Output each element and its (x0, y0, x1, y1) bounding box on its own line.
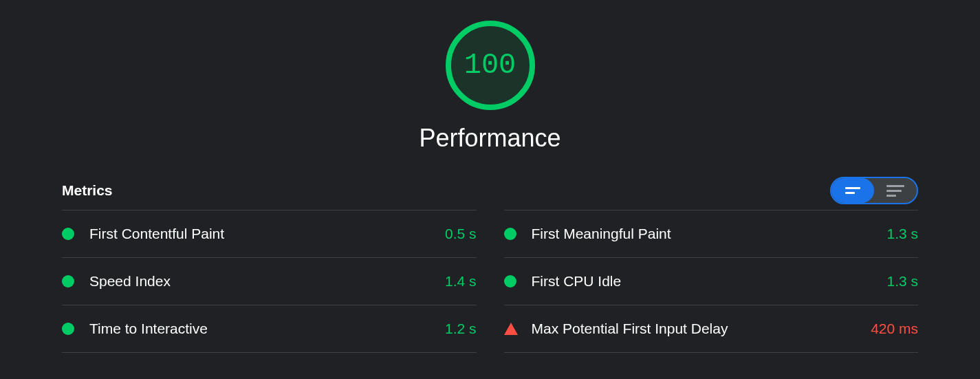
metrics-column-right: First Meaningful Paint 1.3 s First CPU I… (504, 210, 919, 353)
metric-label: Max Potential First Input Delay (532, 321, 871, 337)
score-gauge: 100 (446, 21, 535, 110)
metric-row[interactable]: First Contentful Paint 0.5 s (62, 210, 477, 257)
metric-value: 420 ms (871, 321, 918, 337)
metric-value: 1.3 s (886, 226, 918, 242)
metric-value: 1.2 s (445, 321, 477, 337)
metric-row[interactable]: Max Potential First Input Delay 420 ms (504, 305, 919, 353)
pass-circle-icon (504, 275, 516, 288)
toggle-compact[interactable] (831, 178, 874, 203)
toggle-expanded[interactable] (874, 178, 917, 203)
pass-circle-icon (62, 323, 74, 335)
pass-circle-icon (504, 228, 516, 240)
metric-row[interactable]: Speed Index 1.4 s (62, 257, 477, 305)
metric-label: Speed Index (89, 273, 445, 290)
metric-label: First Contentful Paint (89, 226, 445, 242)
pass-circle-icon (62, 275, 74, 288)
view-toggle[interactable] (830, 177, 918, 204)
score-title: Performance (419, 124, 560, 153)
metric-row[interactable]: First CPU Idle 1.3 s (504, 257, 919, 305)
metric-row[interactable]: Time to Interactive 1.2 s (62, 305, 477, 353)
pass-circle-icon (62, 228, 74, 240)
metric-value: 0.5 s (445, 226, 477, 242)
metrics-title: Metrics (62, 182, 113, 199)
metric-row[interactable]: First Meaningful Paint 1.3 s (504, 210, 919, 257)
metric-label: Time to Interactive (89, 321, 445, 337)
metrics-column-left: First Contentful Paint 0.5 s Speed Index… (62, 210, 477, 353)
metric-label: First CPU Idle (532, 273, 887, 290)
score-section: 100 Performance (62, 21, 918, 153)
metrics-grid: First Contentful Paint 0.5 s Speed Index… (62, 210, 918, 353)
metrics-header: Metrics (62, 177, 918, 204)
compact-view-icon (845, 187, 860, 194)
expanded-view-icon (886, 185, 904, 197)
metric-label: First Meaningful Paint (532, 226, 887, 242)
metric-value: 1.3 s (886, 273, 918, 290)
score-value: 100 (464, 49, 516, 82)
fail-triangle-icon (504, 323, 516, 335)
metric-value: 1.4 s (445, 273, 477, 290)
